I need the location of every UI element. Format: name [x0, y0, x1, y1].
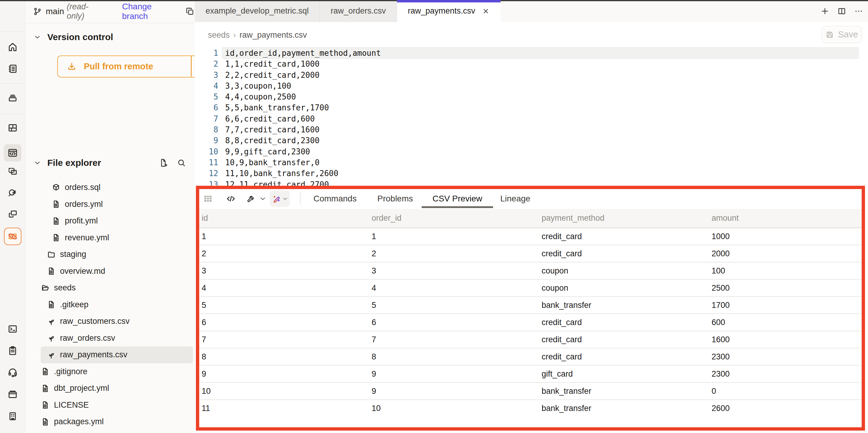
seed-icon — [47, 317, 56, 326]
layout-grid-icon[interactable] — [7, 122, 18, 133]
save-button-label: Save — [838, 30, 858, 39]
table-cell: 1 — [199, 232, 369, 241]
code-line-11[interactable]: 1110,9,bank_transfer,0 — [195, 157, 868, 168]
file-item-raw-customers-csv[interactable]: raw_customers.csv — [26, 313, 195, 330]
panel-tab-problems[interactable]: Problems — [377, 189, 413, 208]
copy-icon[interactable] — [185, 7, 195, 16]
inbox-tray-icon[interactable] — [7, 93, 18, 104]
file-name: overview.md — [60, 266, 105, 276]
code-tag-icon[interactable] — [226, 194, 236, 204]
doc-icon — [52, 216, 61, 226]
terminal-icon[interactable] — [7, 323, 18, 335]
new-tab-icon[interactable] — [820, 7, 830, 16]
file-item-revenue-yml[interactable]: revenue.yml — [26, 229, 195, 247]
file-name: dbt_project.yml — [54, 383, 109, 393]
breadcrumb-folder[interactable]: seeds — [208, 30, 230, 40]
file-item-staging[interactable]: staging — [26, 246, 195, 263]
table-row: 66credit_card600 — [199, 313, 862, 330]
code-line-5[interactable]: 54,4,coupon,2500 — [195, 91, 868, 102]
line-number: 12 — [195, 168, 218, 179]
panel-tab-csv-preview[interactable]: CSV Preview — [433, 189, 482, 208]
tab-label: raw_payments.csv — [408, 6, 475, 16]
divider — [0, 114, 25, 114]
windows-overlap-icon[interactable] — [7, 209, 18, 220]
breadcrumb: seeds › raw_payments.csv — [208, 22, 307, 48]
file-item-profit-yml[interactable]: profit.yml — [26, 212, 195, 229]
window-select-icon[interactable] — [7, 166, 18, 177]
new-file-icon[interactable] — [158, 158, 168, 168]
file-name: .gitkeep — [60, 300, 89, 309]
headset-icon[interactable] — [7, 367, 18, 377]
table-cell: 9 — [199, 369, 369, 379]
csv-table-body: 11credit_card100022credit_card200033coup… — [199, 227, 862, 416]
organization-icon[interactable] — [7, 411, 18, 422]
table-icon[interactable] — [203, 194, 213, 204]
file-item-license[interactable]: LICENSE — [26, 397, 195, 414]
table-cell: 1000 — [709, 232, 862, 241]
close-icon[interactable] — [482, 7, 490, 15]
table-cell: 2 — [199, 249, 369, 258]
code-editor[interactable]: 1id,order_id,payment_method,amount21,1,c… — [195, 48, 868, 190]
file-item-dbt-project-yml[interactable]: dbt_project.yml — [26, 380, 195, 397]
code-line-8[interactable]: 87,7,credit_card,1600 — [195, 124, 868, 135]
magic-pen-button[interactable] — [270, 190, 290, 207]
code-line-9[interactable]: 98,8,credit_card,2300 — [195, 135, 868, 146]
file-item-packages-yml[interactable]: packages.yml — [26, 413, 195, 430]
divider — [300, 192, 301, 205]
code-line-3[interactable]: 32,2,credit_card,2000 — [195, 70, 868, 81]
pull-from-remote-button[interactable]: Pull from remote — [57, 56, 214, 78]
code-line-10[interactable]: 109,9,gift_card,2300 — [195, 146, 868, 157]
editor-tab-raw-payments-csv[interactable]: raw_payments.csv — [397, 0, 501, 22]
floppy-disk-icon — [825, 30, 834, 39]
panel-tab-lineage[interactable]: Lineage — [500, 189, 530, 208]
button-divider — [191, 56, 192, 77]
code-line-7[interactable]: 76,6,credit_card,600 — [195, 113, 868, 124]
file-item--gitignore[interactable]: .gitignore — [26, 363, 195, 380]
code-line-1[interactable]: 1id,order_id,payment_method,amount — [195, 48, 868, 58]
seed-icon — [47, 334, 56, 343]
dbt-logo[interactable] — [4, 4, 21, 20]
csv-table-header: idorder_idpayment_methodamount — [199, 209, 862, 227]
table-cell: 2300 — [709, 369, 862, 379]
table-cell: 7 — [369, 335, 539, 344]
line-text: 6,6,credit_card,600 — [225, 113, 315, 124]
code-line-6[interactable]: 65,5,bank_transfer,1700 — [195, 102, 868, 113]
code-line-4[interactable]: 43,3,coupon,100 — [195, 81, 868, 91]
home-icon[interactable] — [7, 41, 18, 53]
editor-tab-example-develop-metric-sql[interactable]: example_develop_metric.sql — [195, 0, 320, 22]
file-item-raw-orders-csv[interactable]: raw_orders.csv — [26, 330, 195, 347]
code-line-12[interactable]: 1211,10,bank_transfer,2600 — [195, 168, 868, 179]
editor-tab-raw-orders-csv[interactable]: raw_orders.csv — [320, 0, 397, 22]
dbt-orbit-icon[interactable] — [4, 228, 22, 245]
split-editor-icon[interactable] — [837, 7, 846, 16]
notebook-icon[interactable] — [7, 63, 18, 74]
code-editor-icon[interactable] — [4, 144, 22, 162]
line-number: 1 — [195, 48, 218, 58]
file-item-raw-payments-csv[interactable]: raw_payments.csv — [41, 346, 193, 363]
file-item--gitkeep[interactable]: .gitkeep — [26, 296, 195, 313]
browser-window-icon[interactable] — [7, 389, 18, 400]
file-explorer-section-header[interactable]: File explorer — [26, 155, 195, 170]
save-button[interactable]: Save — [822, 26, 862, 43]
table-cell: credit_card — [539, 352, 709, 362]
search-icon[interactable] — [177, 158, 186, 168]
version-control-section-header[interactable]: Version control — [26, 30, 195, 45]
chevron-down-icon[interactable] — [259, 195, 267, 203]
table-cell: 1 — [369, 232, 539, 241]
panel-tab-commands[interactable]: Commands — [313, 189, 356, 208]
clipboard-icon[interactable] — [7, 345, 18, 356]
wrench-icon[interactable] — [246, 194, 256, 204]
file-item-orders-sql[interactable]: orders.sql — [26, 179, 195, 196]
table-row: 1110bank_transfer2600 — [199, 399, 862, 416]
line-text: 8,8,credit_card,2300 — [225, 135, 319, 146]
file-item-orders-yml[interactable]: orders.yml — [26, 196, 195, 213]
file-name: staging — [60, 250, 86, 259]
file-item-overview-md[interactable]: overview.md — [26, 263, 195, 280]
table-cell: 8 — [369, 352, 539, 362]
file-item-seeds[interactable]: seeds — [26, 280, 195, 296]
more-options-icon[interactable] — [854, 7, 863, 16]
change-branch-link[interactable]: Change branch — [122, 2, 178, 21]
query-insights-icon[interactable] — [7, 187, 18, 198]
code-line-2[interactable]: 21,1,credit_card,1000 — [195, 58, 868, 69]
table-cell: bank_transfer — [539, 300, 709, 310]
